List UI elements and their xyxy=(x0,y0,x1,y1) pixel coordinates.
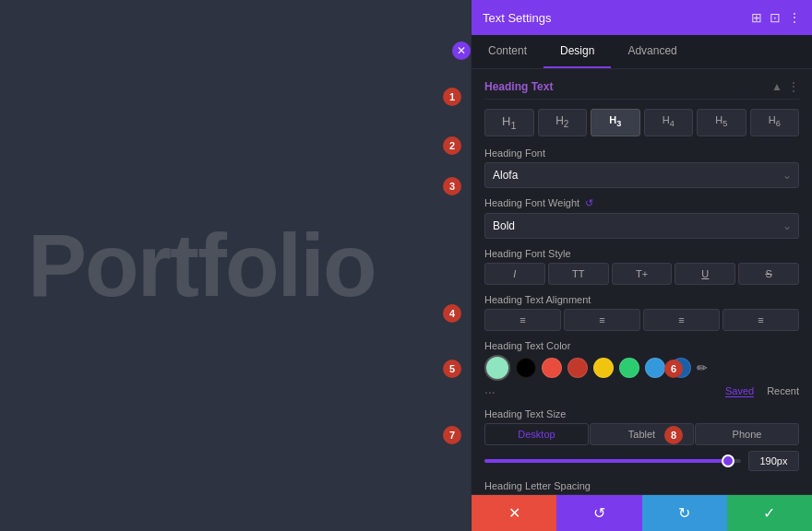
text-size-responsive-tabs: Desktop Tablet Phone xyxy=(484,423,799,445)
h-tab-6[interactable]: H6 xyxy=(750,109,800,136)
panel-title: Text Settings xyxy=(483,11,551,25)
text-size-slider-fill xyxy=(484,459,728,463)
panel-icon-layout[interactable]: ⊡ xyxy=(770,10,781,25)
color-swatch-red1[interactable] xyxy=(542,358,562,378)
tab-design[interactable]: Design xyxy=(543,35,611,68)
footer-cancel-button[interactable]: ✕ xyxy=(472,495,556,531)
heading-font-select-wrapper: Alofa Arial Helvetica Georgia xyxy=(484,162,799,188)
badge-8: 8 xyxy=(664,426,683,444)
h-tab-4[interactable]: H4 xyxy=(644,109,694,136)
heading-level-tabs: H1 H2 H3 H4 H5 H6 xyxy=(484,109,799,136)
style-btn-capitalize[interactable]: T+ xyxy=(612,263,673,285)
font-weight-reset-icon[interactable]: ↺ xyxy=(585,197,593,209)
text-size-tab-desktop[interactable]: Desktop xyxy=(484,423,589,445)
color-swatch-green[interactable] xyxy=(619,358,639,378)
heading-letter-spacing-label: Heading Letter Spacing xyxy=(484,480,799,491)
style-btn-strikethrough[interactable]: S xyxy=(738,263,799,285)
heading-font-weight-label: Heading Font Weight ↺ xyxy=(484,197,799,209)
reset-icon: ↺ xyxy=(593,504,605,522)
color-more-dots[interactable]: ··· xyxy=(484,384,496,399)
style-btn-italic[interactable]: I xyxy=(484,263,545,285)
font-style-buttons: I TT T+ U S xyxy=(484,263,799,285)
heading-font-weight-select[interactable]: Thin Light Regular Bold Extra Bold xyxy=(484,213,799,239)
h-tab-2[interactable]: H2 xyxy=(538,109,588,136)
footer-confirm-button[interactable]: ✓ xyxy=(727,495,812,531)
panel-header: Text Settings ⊞ ⊡ ⋮ xyxy=(472,0,812,35)
color-swatch-blue-light[interactable] xyxy=(645,358,665,378)
section-more-icon[interactable]: ⋮ xyxy=(788,80,799,93)
badge-3: 3 xyxy=(443,177,461,195)
text-size-slider-row: 190px xyxy=(484,451,799,471)
color-active-swatch[interactable] xyxy=(484,355,510,381)
badge-1: 1 xyxy=(443,88,461,106)
heading-font-label: Heading Font xyxy=(484,148,799,159)
color-swatch-black[interactable] xyxy=(516,358,536,378)
footer-reset-button[interactable]: ↺ xyxy=(556,495,641,531)
color-tabs-row: Saved Recent xyxy=(725,385,799,397)
h-tab-5[interactable]: H5 xyxy=(697,109,746,136)
heading-text-color-label: Heading Text Color xyxy=(484,340,799,351)
align-btn-center[interactable]: ≡ xyxy=(564,309,640,331)
color-tab-recent[interactable]: Recent xyxy=(767,385,799,397)
tab-advanced[interactable]: Advanced xyxy=(611,35,693,68)
cancel-icon: ✕ xyxy=(508,504,520,522)
panel-header-icons: ⊞ ⊡ ⋮ xyxy=(751,10,801,25)
h-tab-3[interactable]: H3 xyxy=(591,109,640,136)
heading-letter-spacing-group: Heading Letter Spacing Desktop Tablet Ph… xyxy=(484,480,799,494)
badge-2: 2 xyxy=(443,136,461,155)
portfolio-heading: Portfolio xyxy=(28,215,376,316)
confirm-icon: ✓ xyxy=(763,504,775,522)
section-header: Heading Text ▲ ⋮ xyxy=(484,80,799,100)
heading-font-weight-group: Heading Font Weight ↺ Thin Light Regular… xyxy=(484,197,799,239)
tab-content[interactable]: Content xyxy=(472,35,543,68)
h-tab-1[interactable]: H1 xyxy=(484,109,534,136)
align-btn-left[interactable]: ≡ xyxy=(484,309,561,331)
heading-text-alignment-group: Heading Text Alignment ≡ ≡ ≡ ≡ xyxy=(484,294,799,331)
panel-close-button[interactable]: ✕ xyxy=(452,41,471,60)
badge-4: 4 xyxy=(443,304,461,323)
heading-text-alignment-label: Heading Text Alignment xyxy=(484,294,799,305)
heading-text-color-group: Heading Text Color ✏ ··· Saved Recent xyxy=(484,340,799,399)
heading-font-style-label: Heading Font Style xyxy=(484,248,799,259)
redo-icon: ↻ xyxy=(678,504,690,522)
badge-5: 5 xyxy=(443,360,461,378)
settings-tabs: Content Design Advanced xyxy=(472,35,812,69)
panel-footer: ✕ ↺ ↻ ✓ xyxy=(472,494,812,531)
style-btn-underline[interactable]: U xyxy=(675,263,735,285)
text-settings-panel: Text Settings ⊞ ⊡ ⋮ Content Design Advan… xyxy=(471,0,812,531)
text-size-slider-thumb[interactable] xyxy=(722,454,734,467)
color-swatch-yellow[interactable] xyxy=(593,358,614,378)
badge-7: 7 xyxy=(443,426,461,444)
text-size-value[interactable]: 190px xyxy=(748,451,799,471)
panel-icon-more[interactable]: ⋮ xyxy=(788,10,801,25)
align-btn-justify[interactable]: ≡ xyxy=(722,309,799,331)
text-size-tab-phone[interactable]: Phone xyxy=(695,423,799,445)
color-pencil-icon[interactable]: ✏ xyxy=(697,360,708,375)
section-header-icons: ▲ ⋮ xyxy=(771,80,799,93)
heading-font-group: Heading Font Alofa Arial Helvetica Georg… xyxy=(484,148,799,188)
color-swatches-row: ✏ xyxy=(484,355,799,381)
section-title: Heading Text xyxy=(484,80,553,93)
footer-redo-button[interactable]: ↻ xyxy=(642,495,727,531)
heading-font-style-group: Heading Font Style I TT T+ U S xyxy=(484,248,799,285)
badge-6: 6 xyxy=(664,360,683,378)
heading-font-weight-select-wrapper: Thin Light Regular Bold Extra Bold xyxy=(484,213,799,239)
heading-font-select[interactable]: Alofa Arial Helvetica Georgia xyxy=(484,162,799,188)
heading-text-size-group: Heading Text Size Desktop Tablet Phone 1… xyxy=(484,408,799,471)
heading-text-size-label: Heading Text Size xyxy=(484,408,799,419)
color-swatch-red2[interactable] xyxy=(567,358,588,378)
style-btn-uppercase[interactable]: TT xyxy=(548,263,609,285)
color-tab-saved[interactable]: Saved xyxy=(725,385,754,397)
panel-icon-grid[interactable]: ⊞ xyxy=(751,10,762,25)
panel-content: Heading Text ▲ ⋮ H1 H2 H3 H4 H5 H6 Headi… xyxy=(472,69,812,494)
alignment-buttons: ≡ ≡ ≡ ≡ xyxy=(484,309,799,331)
section-collapse-icon[interactable]: ▲ xyxy=(771,80,782,93)
text-size-slider-track[interactable] xyxy=(484,459,741,463)
align-btn-right[interactable]: ≡ xyxy=(643,309,720,331)
